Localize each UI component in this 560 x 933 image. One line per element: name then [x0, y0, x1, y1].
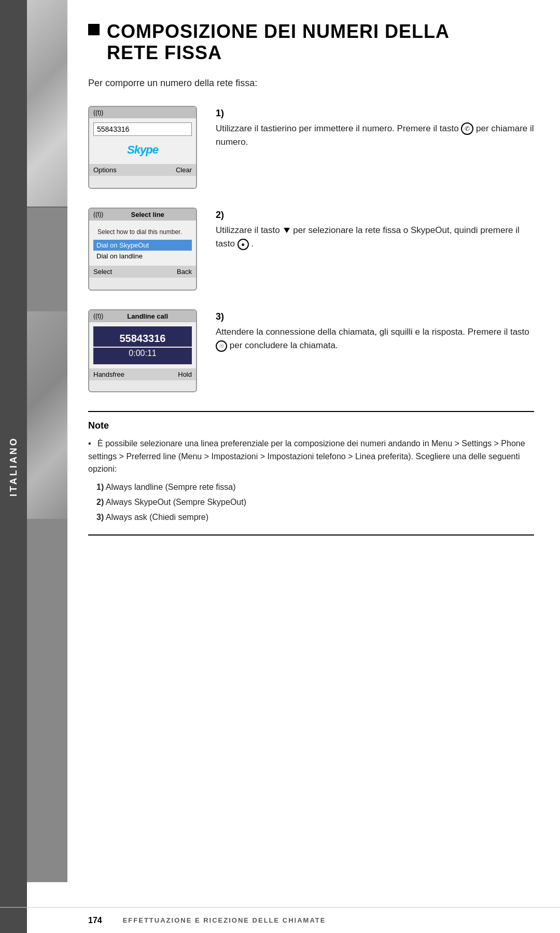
step-2-number: 2) — [216, 210, 534, 221]
bullet-point: • — [88, 439, 91, 448]
step-1-row: ((t)) 55843316 Skype Options Clear 1) Ut… — [88, 106, 534, 189]
step-3-footer-right: Hold — [178, 371, 192, 378]
photo-bottom — [27, 311, 67, 519]
end-call-icon: ☉ — [216, 340, 227, 352]
step-1-screen: ((t)) 55843316 Skype Options Clear — [88, 106, 197, 189]
step-3-number: 3) — [216, 311, 534, 322]
note-list-item-1: 1) Always landline (Sempre rete fissa) — [96, 481, 534, 494]
page-title: COMPOSIZIONE DEI NUMERI DELLA RETE FISSA — [107, 21, 450, 64]
sidebar: ITALIANO — [0, 0, 27, 933]
step-2-text: Utilizzare il tasto per selezionare la r… — [216, 224, 534, 251]
footer-page-number: 174 — [88, 916, 102, 925]
step-3-footer-left: Handsfree — [93, 371, 124, 378]
step-2-footer-right: Back — [177, 268, 192, 276]
dialer-input: 55843316 — [93, 122, 192, 136]
page-footer: 174 EFFETTUAZIONE E RICEZIONE DELLE CHIA… — [0, 907, 560, 933]
call-icon-1: ✆ — [461, 122, 473, 135]
note-list-item-2: 2) Always SkypeOut (Sempre SkypeOut) — [96, 496, 534, 509]
step-2-menu-item-2: Dial on landline — [93, 251, 192, 262]
step-1-footer-left: Options — [93, 166, 117, 174]
step-3-screen: ((t)) Landline call 55843316 0:00:11 Han… — [88, 309, 197, 392]
note-text: • È possibile selezionare una linea pref… — [88, 437, 534, 476]
note-title: Note — [88, 420, 534, 431]
step-3-row: ((t)) Landline call 55843316 0:00:11 Han… — [88, 309, 534, 392]
step-3-desc: 3) Attendere la connessione della chiama… — [216, 309, 534, 353]
step-2-screen: ((t)) Select line Select how to dial thi… — [88, 208, 197, 291]
title-block: COMPOSIZIONE DEI NUMERI DELLA RETE FISSA — [88, 21, 534, 64]
step-2-header-title: Select line — [103, 211, 192, 218]
call-timer: 0:00:11 — [93, 348, 192, 364]
main-content: COMPOSIZIONE DEI NUMERI DELLA RETE FISSA… — [67, 0, 555, 913]
step-1-number: 1) — [216, 108, 534, 119]
step-2-header: ((t)) Select line — [89, 209, 196, 221]
arrow-down-icon — [284, 228, 290, 233]
step-1-text: Utilizzare il tastierino per immettere i… — [216, 122, 534, 149]
step-2-menu-item-1: Dial on SkypeOut — [93, 240, 192, 251]
step-3-footer: Handsfree Hold — [89, 368, 196, 380]
photo-strip — [27, 0, 67, 882]
step-2-footer-left: Select — [93, 268, 112, 276]
step-3-text: Attendere la connessione della chiamata,… — [216, 325, 534, 353]
step-3-header-title: Landline call — [103, 312, 192, 320]
step-3-body: 55843316 0:00:11 — [89, 322, 196, 368]
step-1-footer: Options Clear — [89, 164, 196, 176]
step-2-row: ((t)) Select line Select how to dial thi… — [88, 208, 534, 291]
note-list-item-3: 3) Always ask (Chiedi sempre) — [96, 511, 534, 524]
step-2-body: Select how to dial this number. Dial on … — [89, 221, 196, 266]
step-1-header: ((t)) — [89, 107, 196, 118]
call-number: 55843316 — [93, 326, 192, 347]
photo-top — [27, 0, 67, 208]
step-1-desc: 1) Utilizzare il tastierino per immetter… — [216, 106, 534, 149]
note-list: 1) Always landline (Sempre rete fissa) 2… — [88, 481, 534, 524]
step-1-body: 55843316 Skype — [89, 118, 196, 164]
signal-icon-1: ((t)) — [93, 109, 103, 116]
step-2-desc-text: Select how to dial this number. — [93, 225, 192, 240]
select-icon: ● — [237, 239, 249, 250]
step-2-footer: Select Back — [89, 266, 196, 278]
step-2-desc: 2) Utilizzare il tasto per selezionare l… — [216, 208, 534, 251]
sidebar-label: ITALIANO — [8, 436, 19, 497]
step-1-footer-right: Clear — [176, 166, 192, 174]
skype-logo: Skype — [93, 140, 192, 160]
intro-text: Per comporre un numero della rete fissa: — [88, 76, 534, 90]
note-section: Note • È possibile selezionare una linea… — [88, 411, 534, 536]
title-square-icon — [88, 24, 100, 35]
step-3-header: ((t)) Landline call — [89, 310, 196, 322]
signal-icon-2: ((t)) — [93, 211, 103, 218]
signal-icon-3: ((t)) — [93, 312, 103, 320]
footer-text: EFFETTUAZIONE E RICEZIONE DELLE CHIAMATE — [123, 916, 326, 924]
